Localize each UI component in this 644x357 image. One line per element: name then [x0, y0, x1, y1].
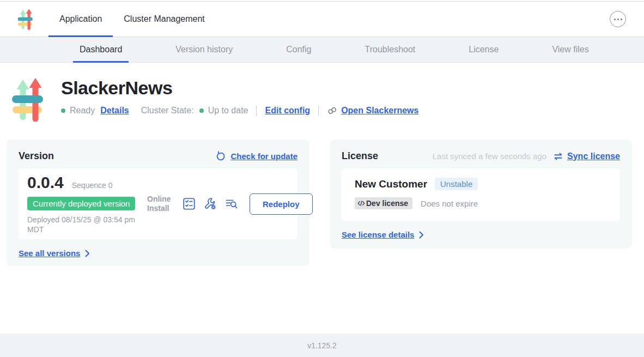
open-slackernews-link[interactable]: Open Slackernews — [341, 106, 418, 116]
subnav-version-history-label: Version history — [175, 45, 233, 55]
subnav-item-dashboard[interactable]: Dashboard — [73, 37, 129, 62]
overflow-menu-button[interactable] — [610, 11, 626, 27]
check-for-update-link[interactable]: Check for update — [230, 152, 297, 161]
install-type-label: Online Install — [147, 195, 175, 213]
chain-link-icon — [327, 105, 338, 116]
app-status-row: Ready Details Cluster State: Up to date … — [61, 105, 418, 116]
customer-name: New Customer — [355, 178, 427, 190]
top-nav: Application Cluster Management — [0, 2, 644, 37]
license-summary-panel: New Customer Unstable Dev license — [342, 168, 620, 221]
cluster-state-label: Cluster State: — [141, 106, 194, 116]
license-card-title: License — [342, 150, 378, 162]
app-status-text: Ready — [70, 106, 95, 116]
app-subnav: Dashboard Version history Config Trouble… — [0, 37, 644, 63]
sync-license-group[interactable]: Sync license — [553, 152, 620, 161]
see-license-details-group[interactable]: See license details — [342, 230, 424, 239]
tab-application[interactable]: Application — [48, 2, 113, 37]
version-card-title: Version — [19, 150, 54, 162]
current-version-panel: 0.0.4 Sequence 0 Currently deployed vers… — [19, 168, 297, 239]
version-number: 0.0.4 — [27, 173, 64, 192]
subnav-item-config[interactable]: Config — [280, 37, 318, 62]
divider — [256, 106, 257, 116]
redeploy-button[interactable]: Redeploy — [250, 193, 313, 215]
channel-badge: Unstable — [435, 178, 478, 190]
sync-arrows-icon — [553, 152, 563, 161]
license-type-badge: Dev license — [355, 197, 412, 209]
subnav-item-troubleshoot[interactable]: Troubleshoot — [358, 37, 422, 62]
cluster-state-value: Up to date — [208, 106, 248, 116]
dashboard-cards: Version Check for update 0.0.4 Sequ — [7, 140, 632, 266]
last-synced-text: Last synced a few seconds ago — [433, 152, 546, 161]
sequence-label: Sequence 0 — [72, 181, 113, 190]
config-wrench-icon[interactable] — [203, 197, 217, 211]
subnav-license-label: License — [469, 45, 499, 55]
tab-application-label: Application — [59, 14, 102, 24]
app-header: SlackerNews Ready Details Cluster State:… — [0, 63, 644, 123]
ellipsis-icon — [614, 19, 622, 20]
license-card: License Last synced a few seconds ago Sy… — [330, 140, 632, 249]
refresh-icon — [216, 151, 226, 161]
view-logs-search-icon[interactable] — [224, 197, 239, 211]
subnav-config-label: Config — [286, 45, 311, 55]
subnav-view-files-label: View files — [552, 45, 588, 55]
version-actions: Online Install — [147, 193, 313, 215]
page-title: SlackerNews — [61, 77, 418, 99]
console-version-label: v1.125.2 — [307, 341, 337, 350]
deployed-status-badge: Currently deployed version — [27, 197, 135, 210]
subnav-troubleshoot-label: Troubleshoot — [364, 45, 415, 55]
chevron-right-icon — [85, 250, 90, 257]
license-expiration: Does not expire — [421, 199, 478, 208]
see-all-versions-group[interactable]: See all versions — [19, 249, 90, 258]
sync-license-link[interactable]: Sync license — [567, 152, 620, 161]
top-tabs: Application Cluster Management — [48, 2, 216, 37]
version-info: 0.0.4 Sequence 0 Currently deployed vers… — [27, 173, 147, 234]
main-content: SlackerNews Ready Details Cluster State:… — [0, 63, 644, 334]
deployed-timestamp: Deployed 08/15/25 @ 03:54 pm MDT — [27, 215, 147, 234]
console-footer: v1.125.2 — [0, 334, 644, 357]
cluster-state-dot-icon — [199, 108, 204, 113]
see-all-versions-link[interactable]: See all versions — [19, 249, 80, 258]
slackernews-hash-arrows-logo — [12, 75, 44, 123]
code-icon — [357, 200, 365, 207]
version-card: Version Check for update 0.0.4 Sequ — [7, 140, 309, 266]
see-license-details-link[interactable]: See license details — [342, 230, 414, 239]
app-status-dot-icon — [61, 108, 65, 113]
subnav-item-view-files[interactable]: View files — [545, 37, 595, 62]
license-type-badge-label: Dev license — [366, 199, 408, 208]
edit-config-link[interactable]: Edit config — [265, 106, 310, 116]
replicated-hash-arrows-logo-small — [16, 8, 34, 31]
preflight-checks-icon[interactable] — [182, 197, 196, 211]
tab-cluster-management[interactable]: Cluster Management — [113, 2, 216, 37]
subnav-item-license[interactable]: License — [462, 37, 505, 62]
chevron-right-icon — [419, 231, 424, 239]
details-link[interactable]: Details — [100, 106, 129, 116]
check-for-update-group[interactable]: Check for update — [216, 151, 297, 161]
open-app-group[interactable]: Open Slackernews — [327, 105, 418, 116]
subnav-item-version-history[interactable]: Version history — [169, 37, 239, 62]
subnav-dashboard-label: Dashboard — [80, 45, 122, 55]
divider — [318, 106, 319, 116]
tab-cluster-management-label: Cluster Management — [124, 14, 205, 24]
